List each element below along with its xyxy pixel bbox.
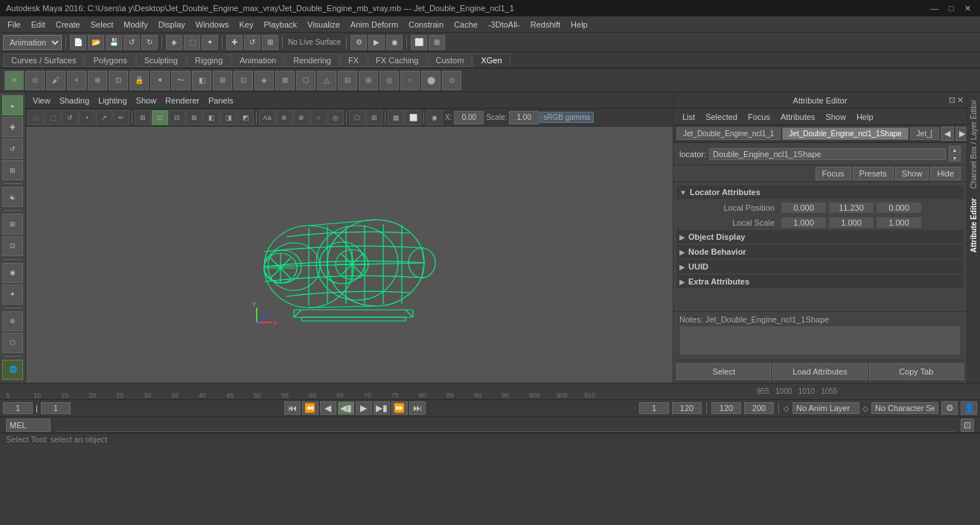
local-pos-y[interactable] xyxy=(828,202,874,214)
edge-tab-channel-box[interactable]: Channel Box / Layer Editor xyxy=(968,95,979,194)
notes-textarea[interactable] xyxy=(679,325,961,355)
section-extra-attributes[interactable]: ▶ Extra Attributes xyxy=(676,275,964,288)
menu-select[interactable]: Select xyxy=(86,19,118,31)
vp-icon-show4[interactable]: ◎ xyxy=(327,110,344,125)
tool-shape3[interactable]: ⊡ xyxy=(234,71,253,90)
minimize-button[interactable]: — xyxy=(927,4,941,13)
vp-icon-jitter[interactable]: ⊞ xyxy=(366,110,382,125)
sidebar-move-tool[interactable]: ✚ xyxy=(2,117,23,137)
tab-fx-caching[interactable]: FX Caching xyxy=(368,54,426,67)
tool-shape2[interactable]: ⊞ xyxy=(213,71,232,90)
sidebar-soft-mod[interactable]: ☯ xyxy=(2,187,23,207)
tab-polygons[interactable]: Polygons xyxy=(85,54,135,67)
ae-menu-attributes[interactable]: Attributes xyxy=(776,111,819,123)
select-tool-button[interactable]: ◈ xyxy=(166,35,182,50)
char-button[interactable]: 👤 xyxy=(961,401,977,415)
tool-shape1[interactable]: ◧ xyxy=(192,71,211,90)
vp-menu-panels[interactable]: Panels xyxy=(205,95,237,106)
prev-frame-button[interactable]: ◀ xyxy=(320,401,336,415)
close-button[interactable]: ✕ xyxy=(961,4,974,13)
tool-eyedrop[interactable]: ⊕ xyxy=(88,71,107,90)
panel-detach-button[interactable]: ⊡ xyxy=(949,95,955,105)
play-back-button[interactable]: ◀▮ xyxy=(338,401,354,415)
vp-menu-shading[interactable]: Shading xyxy=(56,95,93,106)
char-set-input[interactable] xyxy=(871,402,938,414)
copy-tab-button[interactable]: Copy Tab xyxy=(869,363,964,380)
sidebar-scale-tool[interactable]: ⊞ xyxy=(2,160,23,180)
section-node-behavior[interactable]: ▶ Node Behavior xyxy=(676,245,964,258)
vp-icon-tex[interactable]: ◧ xyxy=(203,110,220,125)
vp-icon-arrow[interactable]: ↗ xyxy=(96,110,112,125)
render-settings-button[interactable]: ⚙ xyxy=(350,35,367,50)
menu-help[interactable]: Help xyxy=(566,19,592,31)
go-start-button[interactable]: ⏮ xyxy=(284,401,301,415)
tool-shape11[interactable]: ○ xyxy=(400,71,420,90)
ae-menu-show[interactable]: Show xyxy=(821,111,851,123)
ae-menu-selected[interactable]: Selected xyxy=(701,111,742,123)
vp-icon-flat[interactable]: ⊠ xyxy=(186,110,202,125)
end-frame-input[interactable] xyxy=(672,402,702,414)
local-pos-x[interactable] xyxy=(781,202,827,214)
locator-copy-up[interactable]: ▲ xyxy=(949,146,961,153)
maximize-button[interactable]: □ xyxy=(946,4,957,13)
mel-input[interactable] xyxy=(6,419,51,432)
tool-shape9[interactable]: ⊞ xyxy=(359,71,378,90)
grid-button[interactable]: ⊞ xyxy=(429,35,445,50)
menu-anim-deform[interactable]: Anim Deform xyxy=(346,19,403,31)
srgb-button[interactable]: sRGB gamma xyxy=(539,112,594,123)
tool-shape7[interactable]: △ xyxy=(317,71,336,90)
sidebar-rotate-tool[interactable]: ↺ xyxy=(2,139,23,159)
local-scale-y[interactable] xyxy=(828,217,874,229)
sidebar-snap[interactable]: ⊡ xyxy=(2,236,23,256)
node-tab-next[interactable]: ▶ xyxy=(955,127,967,141)
tab-fx[interactable]: FX xyxy=(340,54,367,67)
sidebar-grid[interactable]: ⊞ xyxy=(2,214,23,234)
tab-xgen[interactable]: XGen xyxy=(473,54,510,67)
vp-icon-film[interactable]: ⬚ xyxy=(45,110,61,125)
coord-x-input[interactable] xyxy=(454,111,484,124)
menu-create[interactable]: Create xyxy=(51,19,85,31)
menu-visualize[interactable]: Visualize xyxy=(303,19,345,31)
tool-move[interactable]: ✦ xyxy=(150,71,170,90)
menu-playback[interactable]: Playback xyxy=(259,19,301,31)
start-frame-input[interactable] xyxy=(41,402,71,414)
timeline-ruler[interactable]: 5 10 15 20 25 30 35 40 45 50 55 60 65 70… xyxy=(0,384,980,400)
section-object-display[interactable]: ▶ Object Display xyxy=(676,230,964,244)
tool-shape8[interactable]: ⊟ xyxy=(338,71,357,90)
section-uuid[interactable]: ▶ UUID xyxy=(676,260,964,273)
show-hide-button[interactable]: ⬜ xyxy=(411,35,427,50)
anim-prefs-button[interactable]: ⚙ xyxy=(941,401,958,415)
vp-icon-loop[interactable]: ↺ xyxy=(62,110,78,125)
tab-rendering[interactable]: Rendering xyxy=(285,54,339,67)
frame-counter-input[interactable] xyxy=(639,402,669,414)
menu-cache[interactable]: Cache xyxy=(449,19,482,31)
scale-tool-button[interactable]: ⊞ xyxy=(262,35,278,50)
tab-animation[interactable]: Animation xyxy=(231,54,284,67)
sidebar-axes[interactable]: 🌐 xyxy=(2,360,23,380)
tool-shape12[interactable]: ⬤ xyxy=(421,71,441,90)
sidebar-misc[interactable]: ⬡ xyxy=(2,333,23,353)
vp-menu-renderer[interactable]: Renderer xyxy=(161,95,203,106)
node-tab-3[interactable]: Jet_[ xyxy=(910,127,940,140)
menu-key[interactable]: Key xyxy=(234,19,257,31)
vp-icon-stereo[interactable]: ◉ xyxy=(426,110,443,125)
tool-curve[interactable]: 〜 xyxy=(171,71,190,90)
node-tab-2[interactable]: Jet_Double_Engine_ncl1_1Shape xyxy=(782,127,908,140)
tab-custom[interactable]: Custom xyxy=(428,54,473,67)
focus-button[interactable]: Focus xyxy=(816,167,851,180)
viewport[interactable]: View Shading Lighting Show Renderer Pane… xyxy=(26,92,673,383)
vp-icon-shad[interactable]: ◩ xyxy=(237,110,254,125)
tool-shape6[interactable]: ⬡ xyxy=(296,71,316,90)
current-frame-input[interactable] xyxy=(3,402,33,414)
vp-icon-grid-tog[interactable]: ▦ xyxy=(388,110,404,125)
load-attributes-button[interactable]: Load Attributes xyxy=(772,363,867,380)
menu-redshift[interactable]: Redshift xyxy=(526,19,565,31)
vp-icon-lights[interactable]: ◨ xyxy=(220,110,237,125)
presets-button[interactable]: Presets xyxy=(853,167,894,180)
hide-button[interactable]: Hide xyxy=(930,167,961,180)
local-pos-z[interactable] xyxy=(876,202,922,214)
select-bottom-button[interactable]: Select xyxy=(676,363,771,380)
node-tab-1[interactable]: Jet_Double_Engine_ncl1_1 xyxy=(676,127,781,140)
local-scale-z[interactable] xyxy=(876,217,922,229)
menu-display[interactable]: Display xyxy=(154,19,190,31)
